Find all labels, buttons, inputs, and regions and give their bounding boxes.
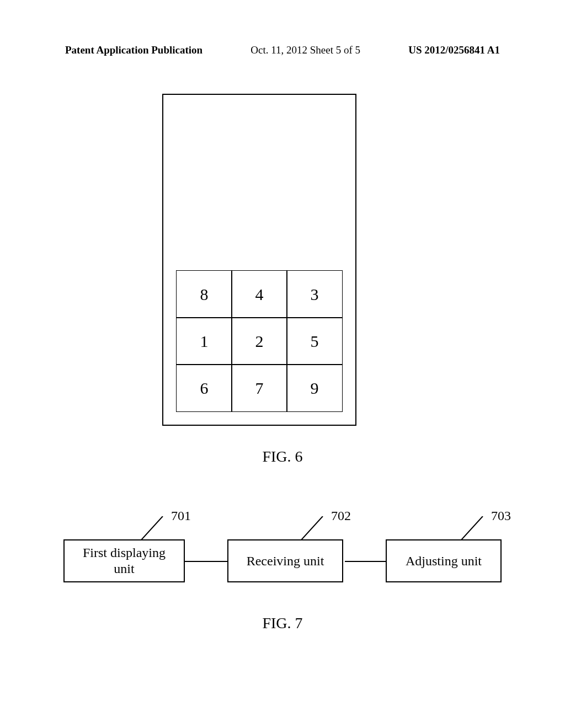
connector-line xyxy=(185,561,229,562)
callout-line-icon xyxy=(461,516,488,540)
callout-line-icon xyxy=(141,516,168,540)
block-label: Adjusting unit xyxy=(406,553,482,569)
grid-cell: 5 xyxy=(286,317,343,365)
page-header: Patent Application Publication Oct. 11, … xyxy=(0,44,565,56)
grid-cell: 3 xyxy=(286,270,343,318)
grid-cell: 9 xyxy=(286,364,343,412)
header-date-sheet: Oct. 11, 2012 Sheet 5 of 5 xyxy=(250,44,360,56)
grid-cell: 4 xyxy=(231,270,287,318)
block-label: Receiving unit xyxy=(247,553,324,569)
block-diagram: 701 702 703 First displaying unit Receiv… xyxy=(63,539,502,582)
header-publication-number: US 2012/0256841 A1 xyxy=(408,44,500,56)
reference-numeral-703: 703 xyxy=(491,508,511,523)
block-receiving-unit: Receiving unit xyxy=(227,539,343,582)
header-publication-type: Patent Application Publication xyxy=(65,44,202,56)
callout-line-icon xyxy=(301,516,328,540)
blocks-row: 701 702 703 First displaying unit Receiv… xyxy=(63,539,502,582)
grid-cell: 2 xyxy=(231,317,287,365)
svg-line-0 xyxy=(141,516,163,540)
device-frame: 8 4 3 1 2 5 6 7 9 xyxy=(162,94,356,426)
grid-cell: 6 xyxy=(176,364,232,412)
svg-line-1 xyxy=(301,516,323,540)
block-first-displaying-unit: First displaying unit xyxy=(63,539,185,582)
block-adjusting-unit: Adjusting unit xyxy=(386,539,502,582)
connector-line xyxy=(345,561,389,562)
svg-line-2 xyxy=(461,516,483,540)
keypad-grid: 8 4 3 1 2 5 6 7 9 xyxy=(177,271,342,411)
grid-cell: 1 xyxy=(176,317,232,365)
grid-cell: 8 xyxy=(176,270,232,318)
figure-6-label: FIG. 6 xyxy=(0,448,565,465)
grid-cell: 7 xyxy=(231,364,287,412)
figure-7-label: FIG. 7 xyxy=(0,614,565,632)
block-label: First displaying unit xyxy=(83,545,166,577)
reference-numeral-701: 701 xyxy=(171,508,191,523)
reference-numeral-702: 702 xyxy=(331,508,351,523)
